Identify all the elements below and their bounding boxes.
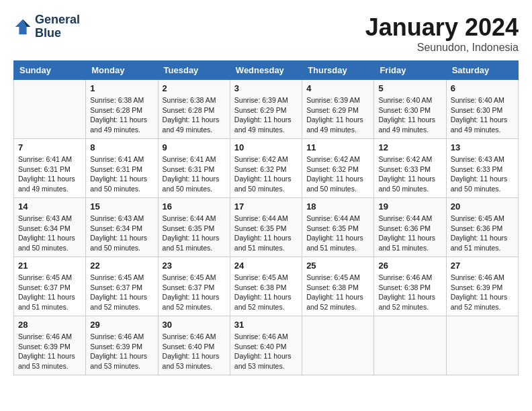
calendar-cell: 9Sunrise: 6:41 AMSunset: 6:31 PMDaylight… [158,139,230,198]
day-number: 20 [451,201,514,212]
day-number: 15 [90,201,153,212]
day-info: Sunrise: 6:44 AMSunset: 6:35 PMDaylight:… [163,214,226,253]
day-number: 24 [234,261,298,271]
day-number: 26 [378,261,441,271]
day-info: Sunrise: 6:42 AMSunset: 6:32 PMDaylight:… [234,154,298,194]
day-info: Sunrise: 6:42 AMSunset: 6:32 PMDaylight:… [306,154,369,194]
calendar-cell: 22Sunrise: 6:45 AMSunset: 6:37 PMDayligh… [86,257,158,316]
title-block: January 2024 Seunudon, Indonesia [365,13,519,54]
day-number: 5 [378,83,441,93]
day-number: 23 [163,261,226,271]
day-number: 16 [163,201,226,212]
day-number: 3 [234,83,298,93]
day-number: 11 [306,142,369,152]
header-row: SundayMondayTuesdayWednesdayThursdayFrid… [14,61,519,80]
day-number: 21 [18,261,81,271]
calendar-cell: 28Sunrise: 6:46 AMSunset: 6:39 PMDayligh… [14,316,86,375]
calendar-title: January 2024 [365,13,519,42]
day-info: Sunrise: 6:41 AMSunset: 6:31 PMDaylight:… [18,154,81,194]
day-number: 10 [234,142,298,152]
day-number: 29 [90,320,153,330]
logo-icon [13,17,32,36]
day-number: 27 [451,261,514,271]
calendar-cell [446,316,518,375]
day-info: Sunrise: 6:40 AMSunset: 6:30 PMDaylight:… [378,95,441,135]
day-number: 30 [163,320,226,330]
header-thursday: Thursday [302,61,374,80]
week-row-4: 21Sunrise: 6:45 AMSunset: 6:37 PMDayligh… [14,257,519,316]
calendar-cell: 3Sunrise: 6:39 AMSunset: 6:29 PMDaylight… [230,80,302,139]
calendar-cell: 14Sunrise: 6:43 AMSunset: 6:34 PMDayligh… [14,198,86,257]
day-number: 6 [451,83,514,93]
calendar-cell: 20Sunrise: 6:45 AMSunset: 6:36 PMDayligh… [446,198,518,257]
day-info: Sunrise: 6:45 AMSunset: 6:37 PMDaylight:… [163,273,226,312]
calendar-cell: 29Sunrise: 6:46 AMSunset: 6:39 PMDayligh… [86,316,158,375]
calendar-cell: 10Sunrise: 6:42 AMSunset: 6:32 PMDayligh… [230,139,302,198]
week-row-1: 1Sunrise: 6:38 AMSunset: 6:28 PMDaylight… [14,80,519,139]
day-number: 13 [451,142,514,152]
day-info: Sunrise: 6:45 AMSunset: 6:37 PMDaylight:… [18,273,81,312]
calendar-cell: 23Sunrise: 6:45 AMSunset: 6:37 PMDayligh… [158,257,230,316]
calendar-cell: 5Sunrise: 6:40 AMSunset: 6:30 PMDaylight… [374,80,446,139]
header-friday: Friday [374,61,446,80]
day-number: 9 [163,142,226,152]
day-info: Sunrise: 6:46 AMSunset: 6:39 PMDaylight:… [90,332,153,371]
calendar-cell: 11Sunrise: 6:42 AMSunset: 6:32 PMDayligh… [302,139,374,198]
day-info: Sunrise: 6:39 AMSunset: 6:29 PMDaylight:… [234,95,298,135]
header-monday: Monday [86,61,158,80]
header-sunday: Sunday [14,61,86,80]
calendar-cell: 31Sunrise: 6:46 AMSunset: 6:40 PMDayligh… [230,316,302,375]
day-info: Sunrise: 6:44 AMSunset: 6:36 PMDaylight:… [378,214,441,253]
day-info: Sunrise: 6:46 AMSunset: 6:39 PMDaylight:… [18,332,81,371]
calendar-cell: 19Sunrise: 6:44 AMSunset: 6:36 PMDayligh… [374,198,446,257]
week-row-5: 28Sunrise: 6:46 AMSunset: 6:39 PMDayligh… [14,316,519,375]
day-info: Sunrise: 6:45 AMSunset: 6:36 PMDaylight:… [451,214,514,253]
day-number: 8 [90,142,153,152]
calendar-cell: 17Sunrise: 6:44 AMSunset: 6:35 PMDayligh… [230,198,302,257]
calendar-cell: 12Sunrise: 6:42 AMSunset: 6:33 PMDayligh… [374,139,446,198]
header-wednesday: Wednesday [230,61,302,80]
day-info: Sunrise: 6:38 AMSunset: 6:28 PMDaylight:… [90,95,153,135]
day-number: 22 [90,261,153,271]
day-number: 17 [234,201,298,212]
day-info: Sunrise: 6:45 AMSunset: 6:37 PMDaylight:… [90,273,153,312]
calendar-cell: 21Sunrise: 6:45 AMSunset: 6:37 PMDayligh… [14,257,86,316]
calendar-cell: 25Sunrise: 6:45 AMSunset: 6:38 PMDayligh… [302,257,374,316]
calendar-cell: 27Sunrise: 6:46 AMSunset: 6:39 PMDayligh… [446,257,518,316]
day-info: Sunrise: 6:45 AMSunset: 6:38 PMDaylight:… [234,273,298,312]
day-number: 31 [234,320,298,330]
page-header: General Blue January 2024 Seunudon, Indo… [13,13,519,54]
week-row-3: 14Sunrise: 6:43 AMSunset: 6:34 PMDayligh… [14,198,519,257]
logo: General Blue [13,13,80,40]
day-info: Sunrise: 6:42 AMSunset: 6:33 PMDaylight:… [378,154,441,194]
day-info: Sunrise: 6:40 AMSunset: 6:30 PMDaylight:… [451,95,514,135]
day-info: Sunrise: 6:41 AMSunset: 6:31 PMDaylight:… [163,154,226,194]
calendar-cell: 18Sunrise: 6:44 AMSunset: 6:35 PMDayligh… [302,198,374,257]
day-info: Sunrise: 6:46 AMSunset: 6:40 PMDaylight:… [163,332,226,371]
day-info: Sunrise: 6:43 AMSunset: 6:34 PMDaylight:… [90,214,153,253]
calendar-cell: 8Sunrise: 6:41 AMSunset: 6:31 PMDaylight… [86,139,158,198]
week-row-2: 7Sunrise: 6:41 AMSunset: 6:31 PMDaylight… [14,139,519,198]
day-number: 19 [378,201,441,212]
day-info: Sunrise: 6:38 AMSunset: 6:28 PMDaylight:… [163,95,226,135]
day-number: 14 [18,201,81,212]
day-info: Sunrise: 6:46 AMSunset: 6:38 PMDaylight:… [378,273,441,312]
day-number: 4 [306,83,369,93]
day-number: 12 [378,142,441,152]
day-info: Sunrise: 6:43 AMSunset: 6:34 PMDaylight:… [18,214,81,253]
day-number: 2 [163,83,226,93]
day-number: 28 [18,320,81,330]
calendar-cell: 1Sunrise: 6:38 AMSunset: 6:28 PMDaylight… [86,80,158,139]
day-info: Sunrise: 6:41 AMSunset: 6:31 PMDaylight:… [90,154,153,194]
calendar-cell: 24Sunrise: 6:45 AMSunset: 6:38 PMDayligh… [230,257,302,316]
calendar-cell: 16Sunrise: 6:44 AMSunset: 6:35 PMDayligh… [158,198,230,257]
calendar-cell [302,316,374,375]
day-number: 1 [90,83,153,93]
calendar-cell: 2Sunrise: 6:38 AMSunset: 6:28 PMDaylight… [158,80,230,139]
day-info: Sunrise: 6:44 AMSunset: 6:35 PMDaylight:… [234,214,298,253]
day-number: 18 [306,201,369,212]
day-number: 25 [306,261,369,271]
calendar-cell: 13Sunrise: 6:43 AMSunset: 6:33 PMDayligh… [446,139,518,198]
calendar-table: SundayMondayTuesdayWednesdayThursdayFrid… [13,60,519,375]
calendar-cell [14,80,86,139]
